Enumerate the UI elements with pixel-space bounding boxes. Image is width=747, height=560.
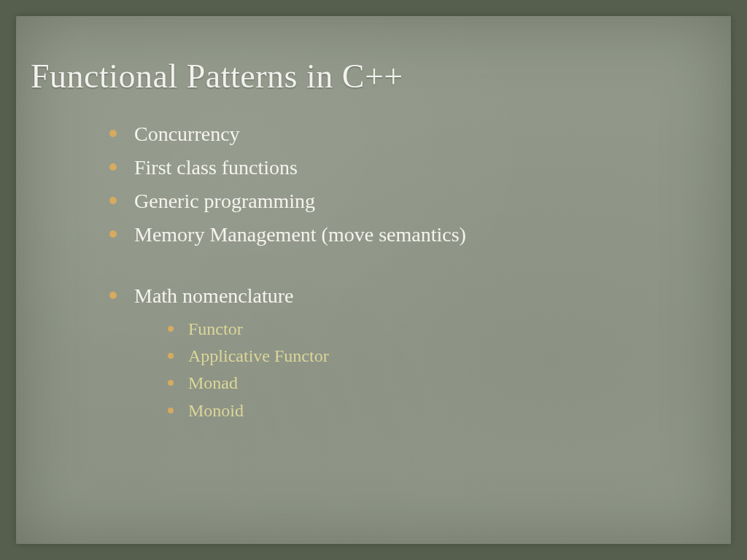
bullet-list: Concurrency First class functions Generi… — [31, 119, 716, 424]
slide-title: Functional Patterns in C++ — [31, 57, 716, 96]
bullet-text: Generic programming — [134, 190, 315, 212]
bullet-item: Generic programming — [109, 186, 716, 217]
bullet-text: Concurrency — [134, 122, 240, 145]
sub-bullet-item: Monoid — [168, 397, 716, 424]
bullet-item: Memory Management (move semantics) — [109, 219, 716, 250]
bullet-text: Memory Management (move semantics) — [134, 223, 466, 246]
sub-bullet-list: Functor Applicative Functor Monad Monoid — [134, 316, 716, 424]
bullet-item-section: Math nomenclature Functor Applicative Fu… — [109, 281, 716, 424]
slide-paper: Functional Patterns in C++ Concurrency F… — [16, 16, 731, 544]
section-heading-text: Math nomenclature — [134, 284, 293, 307]
bullet-spacer — [109, 253, 716, 278]
sub-bullet-text: Applicative Functor — [188, 346, 329, 365]
bullet-item: Concurrency — [109, 119, 716, 149]
sub-bullet-item: Functor — [168, 316, 716, 343]
bullet-item: First class functions — [109, 152, 716, 183]
slide-background: Functional Patterns in C++ Concurrency F… — [0, 0, 747, 560]
sub-bullet-text: Monad — [188, 373, 238, 392]
slide-content: Functional Patterns in C++ Concurrency F… — [16, 16, 731, 442]
sub-bullet-item: Applicative Functor — [168, 343, 716, 370]
sub-bullet-text: Functor — [188, 319, 243, 338]
sub-bullet-text: Monoid — [188, 401, 244, 420]
bullet-text: First class functions — [134, 156, 298, 179]
sub-bullet-item: Monad — [168, 370, 716, 397]
